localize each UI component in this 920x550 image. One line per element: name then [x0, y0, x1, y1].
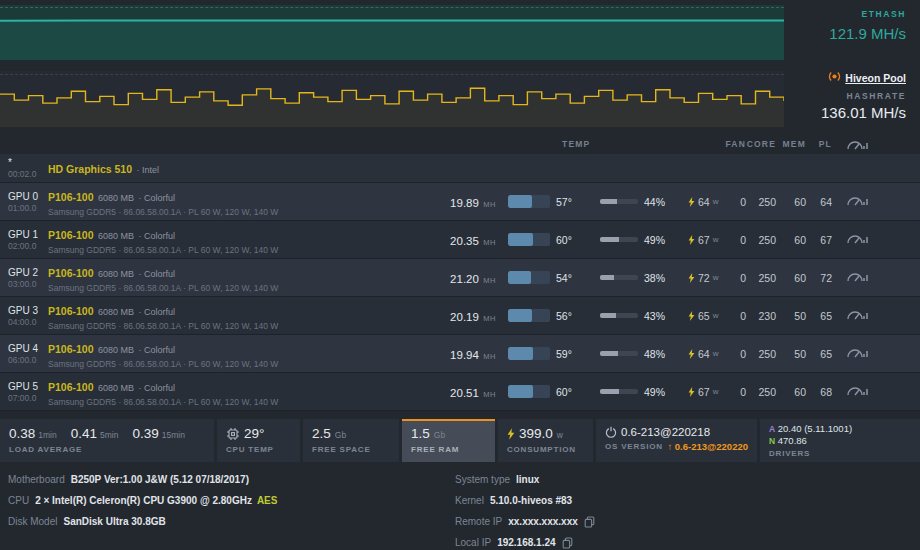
gpu-bus-id: 06:00.0: [8, 355, 44, 365]
upgrade-arrow-icon: ↑: [667, 441, 674, 452]
gpu-power: 67w: [684, 383, 736, 401]
load-average-tile[interactable]: 0.381min 0.415min 0.3915min LOAD AVERAGE: [0, 419, 214, 462]
gpu-fan-bar: [600, 275, 644, 280]
gpu-slot: GPU 1: [8, 229, 44, 240]
gpu-oc-pl: 64: [808, 196, 834, 208]
copy-icon[interactable]: [562, 537, 573, 549]
gpu-temp-value: 60°: [556, 234, 600, 246]
oc-gauge-icon[interactable]: [834, 269, 920, 287]
gpu-oc-pl: 67: [808, 234, 834, 246]
gpu-detail: Samsung GDDR5 · 86.06.58.00.1A · PL 60 W…: [48, 245, 444, 255]
free-ram-tile[interactable]: 1.5Gb FREE RAM: [402, 419, 495, 462]
oc-gauge-icon[interactable]: [834, 231, 920, 249]
free-space-tile[interactable]: 2.5Gb FREE SPACE: [303, 419, 399, 462]
gpu-fan-value: 44%: [644, 196, 684, 208]
gpu-model-name[interactable]: P106-100: [48, 267, 94, 279]
load-15min-value: 0.39: [132, 426, 158, 441]
free-space-value: 2.5: [312, 426, 331, 441]
gpu-temp-bar: [500, 233, 556, 246]
gpu-temp-value: 56°: [556, 310, 600, 322]
gpu-oc-mem: 60: [778, 196, 808, 208]
gpu-brand: · Colorful: [138, 345, 175, 355]
drivers-tile[interactable]: A 20.40 (5.11.1001) N 470.86 DRIVERS: [760, 419, 920, 462]
gpu-model-name[interactable]: P106-100: [48, 381, 94, 393]
gpu-mem-size: 6080 MB: [98, 231, 134, 241]
gpu-oc-mem: 60: [778, 272, 808, 284]
info-label: Motherboard: [8, 474, 65, 485]
ethash-panel: ETHASH 121.9 MH/s: [786, 9, 914, 42]
oc-gauge-icon[interactable]: [834, 383, 920, 401]
gpu-oc-fan: 0: [736, 196, 748, 208]
gpu-model-cell: P106-100 6080 MB · ColorfulSamsung GDDR5…: [44, 263, 444, 293]
gpu-model-name[interactable]: P106-100: [48, 305, 94, 317]
gpu-model-cell: P106-100 6080 MB · ColorfulSamsung GDDR5…: [44, 225, 444, 255]
gpu-oc-core: 250: [748, 234, 778, 246]
kernel-row: Kernel 5.10.0-hiveos #83: [455, 494, 595, 507]
remote-ip-row: Remote IP xx.xxx.xxx.xxx: [455, 515, 595, 528]
power-bolt-icon: [688, 193, 695, 211]
gpu-model-cell: P106-100 6080 MB · ColorfulSamsung GDDR5…: [44, 187, 444, 217]
cpu-temp-tile[interactable]: 29° CPU TEMP: [217, 419, 300, 462]
gpu-model-name[interactable]: P106-100: [48, 343, 94, 355]
copy-icon[interactable]: [584, 516, 595, 528]
info-label: CPU: [8, 495, 29, 506]
free-ram-label: FREE RAM: [411, 445, 486, 454]
gpu-temp-bar: [500, 271, 556, 284]
gpu-model-cell: P106-100 6080 MB · ColorfulSamsung GDDR5…: [44, 339, 444, 369]
consumption-tile[interactable]: 399.0w CONSUMPTION: [498, 419, 593, 462]
info-value: 192.168.1.24: [497, 537, 555, 548]
gpu-oc-mem: 50: [778, 310, 808, 322]
load-1min-value: 0.38: [9, 426, 35, 441]
gpu-detail: Samsung GDDR5 · 86.06.58.00.1A · PL 60 W…: [48, 397, 444, 407]
nvidia-driver-letter: N: [769, 436, 775, 446]
load-average-label: LOAD AVERAGE: [9, 445, 205, 454]
integrated-gpu-name[interactable]: HD Graphics 510: [48, 163, 132, 175]
gpu-model-cell: P106-100 6080 MB · ColorfulSamsung GDDR5…: [44, 377, 444, 407]
gpu-mem-size: 6080 MB: [98, 269, 134, 279]
info-label: Disk Model: [8, 516, 57, 527]
os-upgrade-version: 0.6-213@220220: [675, 441, 748, 452]
info-value: B250P Ver:1.00 J&W (5.12 07/18/2017): [71, 474, 249, 485]
cpu-temp-label: CPU TEMP: [226, 445, 291, 454]
gpu-hashrate: 20.35 MH: [444, 231, 500, 249]
gpu-hashrate: 19.89 MH: [444, 193, 500, 211]
oc-gauge-icon[interactable]: [834, 307, 920, 325]
gpu-temp-bar: [500, 347, 556, 360]
os-version-tile[interactable]: 0.6-213@220218 OS VERSION ↑ 0.6-213@2202…: [596, 419, 757, 462]
gpu-temp-value: 54°: [556, 272, 600, 284]
power-bolt-icon: [507, 428, 515, 440]
stats-bar: 0.381min 0.415min 0.3915min LOAD AVERAGE…: [0, 419, 920, 462]
oc-gauge-icon[interactable]: [834, 193, 920, 211]
gpu-hashrate: 19.94 MH: [444, 345, 500, 363]
gpu-model-name[interactable]: P106-100: [48, 229, 94, 241]
gpu-model-cell: P106-100 6080 MB · ColorfulSamsung GDDR5…: [44, 301, 444, 331]
os-upgrade-link[interactable]: ↑ 0.6-213@220220: [667, 441, 748, 452]
gpu-detail: Samsung GDDR5 · 86.06.58.00.1A · PL 60 W…: [48, 207, 444, 217]
pool-hashrate-chart: [0, 71, 784, 127]
power-bolt-icon: [688, 307, 695, 325]
gpu-mem-size: 6080 MB: [98, 345, 134, 355]
info-label: Remote IP: [455, 516, 502, 527]
gpu-oc-pl: 68: [808, 386, 834, 398]
motherboard-row: Motherboard B250P Ver:1.00 J&W (5.12 07/…: [8, 473, 277, 486]
gpu-row: GPU 001:00.0P106-100 6080 MB · ColorfulS…: [0, 183, 920, 221]
pool-link[interactable]: Hiveon Pool: [845, 72, 906, 84]
hashrate-label: HASHRATE: [786, 91, 906, 101]
gpu-oc-pl: 72: [808, 272, 834, 284]
gpu-model-name[interactable]: P106-100: [48, 191, 94, 203]
power-bolt-icon: [688, 345, 695, 363]
gpu-bus-id: 01:00.0: [8, 203, 44, 213]
gpu-hashrate: 20.51 MH: [444, 383, 500, 401]
oc-gauge-icon[interactable]: [834, 345, 920, 363]
gpu-oc-core: 250: [748, 196, 778, 208]
power-symbol-icon: [605, 426, 617, 438]
info-value: xx.xxx.xxx.xxx: [508, 516, 578, 527]
gpu-temp-value: 57°: [556, 196, 600, 208]
gpu-fan-bar: [600, 313, 644, 318]
gpu-table-header: TEMP FAN CORE MEM PL: [0, 133, 920, 154]
info-label: System type: [455, 474, 510, 485]
hiveon-pool-icon: [828, 69, 841, 87]
gpu-row: GPU 102:00.0P106-100 6080 MB · ColorfulS…: [0, 221, 920, 259]
hiveos-worker-dashboard: ETHASH 121.9 MH/s Hiveon Pool HASHRATE 1…: [0, 0, 920, 550]
gpu-brand: · Colorful: [138, 193, 175, 203]
